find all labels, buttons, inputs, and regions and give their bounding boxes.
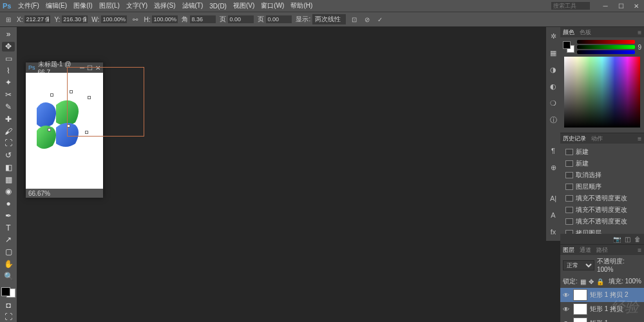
history-row[interactable]: 图层顺序 xyxy=(563,181,641,193)
x-input[interactable] xyxy=(24,15,50,23)
skewv-input[interactable] xyxy=(266,15,292,23)
menu-3d[interactable]: 3D(D) xyxy=(207,1,229,11)
screenmode-tool[interactable]: ⛶ xyxy=(2,312,15,322)
layer-thumb[interactable] xyxy=(573,303,587,315)
lock-all-icon[interactable]: 🔒 xyxy=(596,278,604,285)
warp-icon[interactable]: ⊡ xyxy=(350,15,359,24)
brush-panel-icon[interactable]: ✲ xyxy=(548,31,558,41)
fg-bg-swatch[interactable] xyxy=(563,41,574,53)
swatches-panel-icon[interactable]: ▦ xyxy=(548,48,558,58)
char-panel-icon[interactable]: ¶ xyxy=(548,146,558,156)
para-icon[interactable]: A xyxy=(548,210,558,220)
close-button[interactable]: ✕ xyxy=(629,0,644,12)
visibility-icon[interactable]: 👁 xyxy=(563,320,571,323)
menu-filter[interactable]: 滤镜(T) xyxy=(180,0,206,12)
history-brush-tool[interactable]: ↺ xyxy=(2,151,15,160)
path-tool[interactable]: ↗ xyxy=(2,235,15,245)
tab-swatches[interactable]: 色板 xyxy=(580,28,591,37)
hand-tool[interactable]: ✋ xyxy=(2,260,15,269)
pen-tool[interactable]: ✒ xyxy=(2,211,15,220)
heal-tool[interactable]: ✚ xyxy=(2,114,15,124)
cancel-icon[interactable]: ⊘ xyxy=(363,15,372,24)
type-tool[interactable]: T xyxy=(2,223,15,232)
styles-icon[interactable]: ❍ xyxy=(548,98,558,108)
commit-icon[interactable]: ✓ xyxy=(375,15,384,24)
tab-layers[interactable]: 图层 xyxy=(563,246,574,254)
menu-window[interactable]: 窗口(W) xyxy=(258,0,287,12)
doc-max-icon[interactable]: ☐ xyxy=(87,64,93,71)
marquee-tool[interactable]: ▭ xyxy=(2,54,15,64)
lasso-tool[interactable]: ⌇ xyxy=(2,66,15,75)
layer-thumb[interactable] xyxy=(573,289,587,301)
rgb-sliders[interactable] xyxy=(577,40,635,54)
zoom-tool[interactable]: 🔍 xyxy=(2,271,15,281)
eraser-tool[interactable]: ◧ xyxy=(2,162,15,172)
search-input[interactable] xyxy=(551,2,590,10)
history-row[interactable]: 填充不透明度更改 xyxy=(563,204,641,216)
menu-select[interactable]: 选择(S) xyxy=(151,0,178,12)
tab-channels[interactable]: 通道 xyxy=(580,246,591,254)
handle-icon[interactable]: » xyxy=(2,30,15,39)
move-tool[interactable]: ✥ xyxy=(2,42,15,52)
blur-tool[interactable]: ◉ xyxy=(2,187,15,196)
glyph-icon[interactable]: ⊕ xyxy=(548,162,558,173)
layer-thumb[interactable] xyxy=(573,317,587,322)
brush-tool[interactable]: 🖌 xyxy=(2,126,15,136)
info-icon[interactable]: ⓘ xyxy=(548,115,558,125)
history-row[interactable]: 填充不透明度更改 xyxy=(563,193,641,204)
tab-color[interactable]: 颜色 xyxy=(563,28,574,37)
panel-menu-icon[interactable]: ≡ xyxy=(638,135,641,142)
color-spectrum[interactable] xyxy=(564,57,640,128)
libraries-icon[interactable]: ◑ xyxy=(548,64,558,75)
quickmask-tool[interactable]: ◘ xyxy=(2,300,15,310)
menu-edit[interactable]: 编辑(E) xyxy=(43,0,70,12)
wand-tool[interactable]: ✦ xyxy=(2,78,15,88)
eyedropper-tool[interactable]: ✎ xyxy=(2,102,15,112)
layer-row[interactable]: 👁矩形 1 xyxy=(560,316,644,322)
adjustments-icon[interactable]: ◐ xyxy=(548,81,558,91)
menu-image[interactable]: 图像(I) xyxy=(71,0,95,12)
angle-input[interactable] xyxy=(190,15,216,23)
panel-menu-icon[interactable]: ≡ xyxy=(638,29,641,36)
dodge-tool[interactable]: ● xyxy=(2,199,15,209)
snapshot-icon[interactable]: 📷 xyxy=(613,235,621,243)
new-doc-icon[interactable]: ◫ xyxy=(623,235,631,243)
document-canvas[interactable] xyxy=(26,73,103,189)
type-a-icon[interactable]: A| xyxy=(548,193,558,204)
opacity-value[interactable]: 100% xyxy=(597,266,614,273)
w-input[interactable] xyxy=(101,15,127,23)
history-row[interactable]: 新建 xyxy=(563,146,641,158)
history-row[interactable]: 取消选择 xyxy=(563,169,641,181)
panel-menu-icon[interactable]: ≡ xyxy=(638,247,641,254)
skewh-input[interactable] xyxy=(228,15,254,23)
menu-layer[interactable]: 图层(L) xyxy=(97,0,122,12)
gradient-tool[interactable]: ▦ xyxy=(2,175,15,184)
history-row[interactable]: 填充不透明度更改 xyxy=(563,216,641,227)
fill-value[interactable]: 100% xyxy=(625,278,641,285)
menu-help[interactable]: 帮助(H) xyxy=(288,0,315,12)
crop-tool[interactable]: ✂ xyxy=(2,90,15,100)
tab-actions[interactable]: 动作 xyxy=(591,135,603,143)
interp-value[interactable]: 两次线性 xyxy=(312,14,346,24)
blend-mode-select[interactable]: 正常 xyxy=(563,260,594,270)
link-icon[interactable]: ⚯ xyxy=(131,15,140,24)
y-input[interactable] xyxy=(62,15,88,23)
history-row[interactable]: 新建 xyxy=(563,158,641,169)
trash-icon[interactable]: 🗑 xyxy=(634,235,641,243)
document-window[interactable]: Ps 未标题-1 @ 66.7... ─☐✕ 66.67% xyxy=(26,62,103,198)
color-swatch[interactable] xyxy=(1,287,15,298)
doc-close-icon[interactable]: ✕ xyxy=(95,64,100,71)
lock-pos-icon[interactable]: ✥ xyxy=(589,278,594,285)
transform-icon[interactable]: ⊞ xyxy=(4,15,13,24)
canvas-area[interactable]: Ps 未标题-1 @ 66.7... ─☐✕ 66.67% xyxy=(17,27,560,322)
visibility-icon[interactable]: 👁 xyxy=(563,292,571,299)
shape-tool[interactable]: ▢ xyxy=(2,247,15,257)
minimize-button[interactable]: ─ xyxy=(598,0,613,12)
doc-min-icon[interactable]: ─ xyxy=(80,64,84,71)
menu-view[interactable]: 视图(V) xyxy=(231,0,257,12)
stamp-tool[interactable]: ⛶ xyxy=(2,138,15,148)
h-input[interactable] xyxy=(152,15,178,23)
document-tab[interactable]: Ps 未标题-1 @ 66.7... ─☐✕ xyxy=(26,62,103,73)
maximize-button[interactable]: ☐ xyxy=(613,0,629,12)
learn-icon[interactable]: fx xyxy=(548,227,558,237)
